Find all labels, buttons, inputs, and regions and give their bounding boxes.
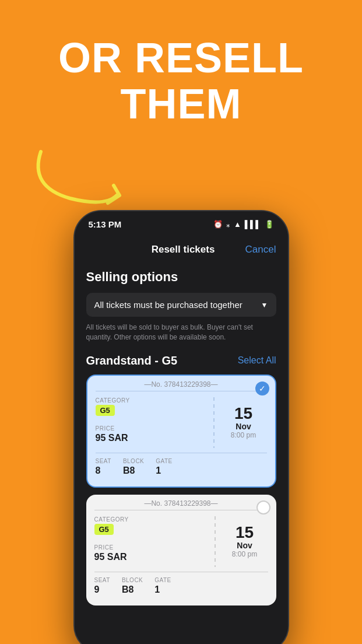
- bluetooth-icon: ⁎: [226, 220, 230, 229]
- hero-section: OR RESELL THEM: [0, 0, 362, 139]
- arrow-icon: [23, 140, 140, 210]
- ticket-number-dash: —: [211, 380, 218, 388]
- ticket-number-value: No. 378413229398: [151, 380, 210, 388]
- ticket-number-row: — No. 378413229398 —: [87, 376, 275, 391]
- category-badge: G5: [94, 524, 114, 535]
- category-label: CATEGORY: [96, 397, 208, 404]
- screen: Resell tickets Cancel Selling options Al…: [75, 237, 288, 644]
- ticket-number-value: No. 378413229398: [151, 499, 210, 508]
- price-value: 95 SAR: [94, 552, 209, 562]
- wifi-icon: ▲: [234, 220, 241, 229]
- seat-field: SEAT 8: [96, 458, 111, 481]
- gate-field: GATE 1: [154, 577, 171, 600]
- phone-shell: 5:13 PM ⏰ ⁎ ▲ ▌▌▌ 🔋 Resell tickets Cance…: [73, 210, 289, 644]
- phone-mockup: 5:13 PM ⏰ ⁎ ▲ ▌▌▌ 🔋 Resell tickets Cance…: [73, 210, 289, 644]
- status-icons: ⏰ ⁎ ▲ ▌▌▌ 🔋: [213, 220, 274, 229]
- select-all-button[interactable]: Select All: [238, 355, 276, 366]
- arrow-decoration: [23, 140, 140, 210]
- category-label: CATEGORY: [94, 516, 209, 523]
- ticket-time: 8:00 pm: [232, 550, 257, 558]
- ticket-month: Nov: [236, 422, 251, 431]
- block-field: BLOCK B8: [122, 577, 143, 600]
- ticket-number-dash: —: [211, 499, 218, 508]
- nav-bar: Resell tickets Cancel: [75, 237, 288, 260]
- unselected-radio-icon: [256, 501, 270, 514]
- hero-title: OR RESELL THEM: [0, 35, 362, 127]
- signal-icon: ▌▌▌: [245, 220, 261, 229]
- status-bar: 5:13 PM ⏰ ⁎ ▲ ▌▌▌ 🔋: [75, 211, 288, 237]
- content-area: Selling options All tickets must be purc…: [75, 260, 288, 644]
- ticket-card[interactable]: — No. 378413229398 — CATEGORY G5 PR: [86, 495, 276, 606]
- chevron-down-icon: ▼: [261, 301, 268, 309]
- ticket-card[interactable]: — No. 378413229398 — CATEGORY G5 PR: [86, 374, 276, 488]
- ticket-month: Nov: [237, 541, 252, 550]
- price-label: PRICE: [94, 544, 209, 551]
- battery-icon: 🔋: [265, 220, 274, 229]
- selling-options-title: Selling options: [86, 270, 276, 285]
- selling-options-dropdown[interactable]: All tickets must be purchased together ▼: [86, 293, 276, 317]
- gate-field: GATE 1: [156, 458, 172, 481]
- cancel-button[interactable]: Cancel: [245, 244, 276, 256]
- ticket-date: 15: [236, 524, 254, 541]
- status-time: 5:13 PM: [89, 219, 122, 229]
- price-label: PRICE: [96, 425, 208, 432]
- alarm-icon: ⏰: [213, 220, 223, 229]
- nav-title: Resell tickets: [152, 244, 215, 256]
- ticket-number: —: [144, 380, 151, 388]
- ticket-time: 8:00 pm: [231, 431, 256, 439]
- ticket-date: 15: [234, 405, 252, 422]
- ticket-number: —: [144, 499, 151, 508]
- price-value: 95 SAR: [96, 433, 208, 443]
- seat-field: SEAT 9: [94, 577, 110, 600]
- dropdown-value: All tickets must be purchased together: [94, 300, 242, 310]
- grandstand-title: Grandstand - G5: [86, 354, 178, 368]
- category-badge: G5: [96, 405, 115, 416]
- section-header: Grandstand - G5 Select All: [86, 354, 276, 368]
- selected-check-icon: ✓: [255, 382, 269, 396]
- block-field: BLOCK B8: [123, 458, 144, 481]
- ticket-number-row: — No. 378413229398 —: [86, 495, 276, 510]
- info-text: All tickets will be sold to buyer as bul…: [86, 323, 276, 342]
